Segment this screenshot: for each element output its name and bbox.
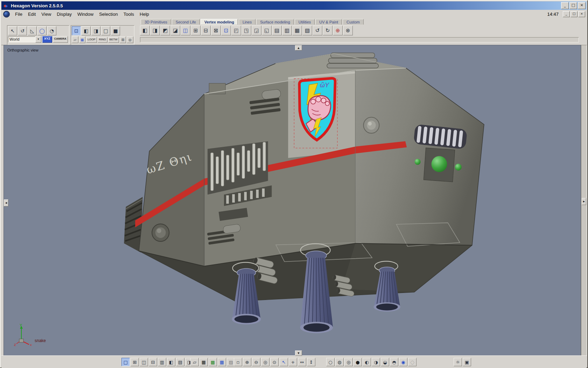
magnet-tool-icon[interactable]: ⊗ — [343, 26, 353, 35]
view-left-icon[interactable]: ◧ — [167, 358, 175, 366]
tab-surface-modeling[interactable]: Surface modeling — [256, 19, 294, 25]
viewport-canvas[interactable]: ωZ Θηι ὣΥ — [4, 45, 581, 356]
grid-select-icon[interactable]: ▦ — [79, 36, 86, 43]
stretch-tool-icon[interactable]: ◧ — [140, 26, 150, 35]
scroll-right-button[interactable]: ▶ — [582, 198, 586, 205]
paint-select-icon[interactable]: ▱ — [72, 36, 78, 43]
add-points-icon[interactable]: ⊕ — [333, 26, 343, 35]
grid-green-icon[interactable]: ▩ — [209, 358, 217, 366]
pan-horizontal-icon[interactable]: ↔ — [298, 358, 306, 366]
grid-blue-icon[interactable]: ▦ — [218, 358, 226, 366]
xyz-toggle-button[interactable]: XYZ — [42, 36, 52, 43]
segmented-sphere-icon[interactable]: ◍ — [335, 358, 344, 366]
mdi-close-button[interactable]: × — [578, 11, 585, 17]
minimize-button[interactable]: _ — [561, 2, 569, 9]
snapshot-icon[interactable]: ▣ — [463, 358, 471, 366]
wireframe-grid-icon[interactable]: ▦ — [200, 358, 208, 366]
select-edges-icon[interactable]: ◧ — [82, 26, 91, 35]
menu-tools[interactable]: Tools — [121, 11, 137, 18]
cut-tool-icon[interactable]: ⊠ — [211, 26, 221, 35]
tab-lines[interactable]: Lines — [239, 19, 255, 25]
solid-sphere-icon[interactable]: ◉ — [399, 358, 407, 366]
dissolve-tool-icon[interactable]: ⊟ — [201, 26, 211, 35]
target-selection-icon[interactable]: ◎ — [127, 36, 133, 43]
ghost-sphere-icon[interactable]: ◌ — [408, 358, 416, 366]
magnifier-icon[interactable]: ◎ — [261, 358, 270, 366]
ring-sphere-icon[interactable]: ◎ — [344, 358, 353, 366]
decimate-tool-icon[interactable]: ▦ — [292, 26, 302, 35]
tab-3d-primitives[interactable]: 3D Primitives — [141, 19, 171, 25]
tab-utilities[interactable]: Utilities — [295, 19, 315, 25]
grow-selection-icon[interactable]: ⊞ — [120, 36, 126, 43]
scale-tool-icon[interactable]: ◨ — [150, 26, 160, 35]
loop-button[interactable]: LOOP — [86, 37, 97, 43]
mdi-restore-button[interactable]: □ — [570, 11, 578, 17]
ring-button[interactable]: RING — [98, 37, 107, 43]
tab-second-life[interactable]: Second Life — [172, 19, 200, 25]
menu-file[interactable]: File — [12, 11, 25, 18]
zoom-in-icon[interactable]: ⊕ — [243, 358, 251, 366]
wire-sphere-icon[interactable]: ○ — [326, 358, 335, 366]
between-button[interactable]: BETW — [108, 37, 119, 43]
view-three-icon[interactable]: ▥ — [158, 358, 166, 366]
rotate-tool-icon[interactable]: ↺ — [18, 26, 27, 35]
world-dropdown[interactable]: World — [8, 36, 35, 42]
lamp-tool-icon[interactable]: ◔ — [47, 26, 56, 35]
select-tool-icon[interactable]: ↖ — [8, 26, 17, 35]
menu-view[interactable]: View — [38, 11, 54, 18]
select-all-icon[interactable]: ■ — [111, 26, 120, 35]
weld-tool-icon[interactable]: ◰ — [231, 26, 241, 35]
view-single-icon[interactable]: □ — [121, 358, 130, 366]
mdi-minimize-button[interactable]: _ — [563, 11, 570, 17]
bridge-tool-icon[interactable]: ◳ — [241, 26, 251, 35]
draw-mode-icon[interactable]: ▱ — [190, 358, 199, 366]
select-faces-icon[interactable]: ◨ — [91, 26, 100, 35]
marquee-zoom-icon[interactable]: ▫ — [234, 358, 242, 366]
scroll-up-button[interactable]: ▲ — [295, 45, 302, 50]
zoom-out-icon[interactable]: ⊖ — [252, 358, 260, 366]
extrude-face-icon[interactable]: ◩ — [160, 26, 170, 35]
half-left-sphere-icon[interactable]: ◐ — [363, 358, 371, 366]
extrude-edge-icon[interactable]: ◪ — [170, 26, 180, 35]
half-top-sphere-icon[interactable]: ◓ — [390, 358, 398, 366]
menu-help[interactable]: Help — [137, 11, 152, 18]
select-points-icon[interactable]: ⊡ — [72, 26, 81, 35]
scroll-left-button[interactable]: ◀ — [4, 199, 8, 206]
tab-custom[interactable]: Custom — [343, 19, 364, 25]
select-objects-icon[interactable]: □ — [101, 26, 110, 35]
scroll-down-button[interactable]: ▼ — [295, 350, 302, 356]
chevron-down-icon[interactable]: ▼ — [35, 36, 41, 43]
look-around-icon[interactable]: ⊙ — [270, 358, 279, 366]
triangulate-tool-icon[interactable]: ▧ — [302, 26, 312, 35]
measure-tool-icon[interactable]: ◺ — [28, 26, 37, 35]
maximize-button[interactable]: □ — [569, 2, 577, 9]
title-bar[interactable]: ◆◆ Hexagon Version 2.5.0.5 _ □ × — [1, 1, 587, 10]
thickness-tool-icon[interactable]: ▤ — [272, 26, 282, 35]
light-icon[interactable]: ☼ — [454, 358, 462, 366]
tessellate-tool-icon[interactable]: ⊞ — [191, 26, 201, 35]
redo-tool-icon[interactable]: ↻ — [323, 26, 332, 35]
menu-display[interactable]: Display — [54, 11, 75, 18]
connect-tool-icon[interactable]: ⊡ — [221, 26, 231, 35]
vertical-scrollbar[interactable]: ▶ — [581, 45, 587, 356]
half-bottom-sphere-icon[interactable]: ◒ — [381, 358, 389, 366]
menu-selection[interactable]: Selection — [96, 11, 120, 18]
viewport-3d[interactable]: Orthographic view — [4, 45, 581, 356]
menu-edit[interactable]: Edit — [25, 11, 38, 18]
view-split-v-icon[interactable]: ◫ — [140, 358, 148, 366]
tab-uv-paint[interactable]: UV & Paint — [315, 19, 342, 25]
tab-vertex-modeling[interactable]: Vertex modeling — [201, 19, 238, 25]
menu-window[interactable]: Window — [75, 11, 96, 18]
axes-icon[interactable]: + — [289, 358, 297, 366]
view-rows-icon[interactable]: ▤ — [176, 358, 184, 366]
smooth-tool-icon[interactable]: ▥ — [282, 26, 292, 35]
ellipse-tool-icon[interactable]: ◯ — [37, 26, 47, 35]
pan-vertical-icon[interactable]: ↕ — [307, 358, 315, 366]
view-split-h-icon[interactable]: ⊟ — [149, 358, 157, 366]
undo-tool-icon[interactable]: ↺ — [313, 26, 322, 35]
cursor-select-icon[interactable]: ↖ — [280, 358, 288, 366]
close-hole-icon[interactable]: ◲ — [252, 26, 261, 35]
spaceship-model[interactable]: ωZ Θηι ὣΥ — [124, 53, 484, 333]
close-button[interactable]: × — [578, 2, 586, 9]
sweep-tool-icon[interactable]: ◫ — [181, 26, 190, 35]
